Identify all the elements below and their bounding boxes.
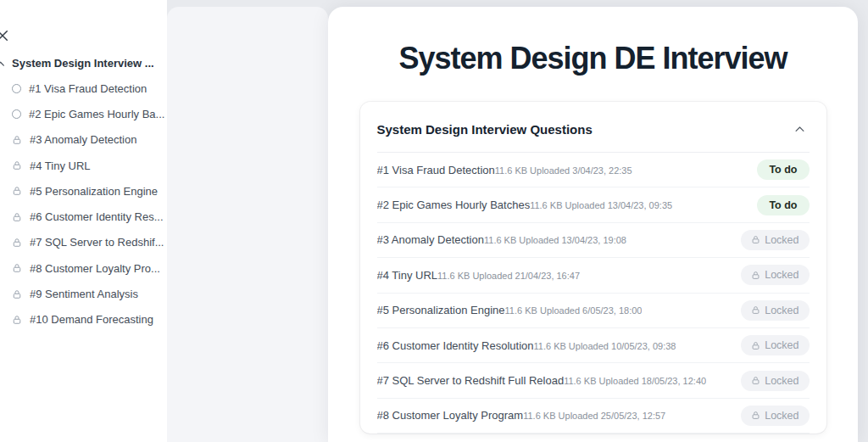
lock-icon [12,186,22,196]
question-meta: 11.6 KB Uploaded 21/04/23, 16:47 [437,271,580,281]
lock-icon [751,271,760,280]
sidebar-lesson-item[interactable]: #7 SQL Server to Redshif... [0,230,167,255]
question-list: #1 Visa Fraud Detection11.6 KB Uploaded … [377,153,810,434]
status-badge-label: Locked [765,269,798,281]
questions-card: System Design Interview Questions #1 Vis… [360,102,826,434]
question-title: #4 Tiny URL [377,269,438,282]
status-badge-label: Locked [765,339,798,351]
question-meta: 11.6 KB Uploaded 13/04/23, 09:35 [530,200,672,210]
card-title: System Design Interview Questions [377,122,593,137]
question-row[interactable]: #7 SQL Server to Redshift Full Reload11.… [377,363,810,398]
lock-icon [751,235,760,244]
sidebar-item-label: #6 Customer Identity Res... [30,210,164,223]
lock-icon [751,341,760,350]
sidebar-lesson-item[interactable]: #2 Epic Games Hourly Ba... [0,101,167,126]
question-title: #8 Customer Loyalty Program [377,409,524,422]
status-badge-locked: Locked [741,300,809,321]
sidebar-item-label: #2 Epic Games Hourly Ba... [29,108,164,120]
question-title: #5 Personalization Engine [377,304,505,316]
question-meta: 11.6 KB Uploaded 25/05/23, 12:57 [523,411,665,421]
sidebar-section-label: System Design Interview ... [12,57,154,70]
sidebar-lesson-item[interactable]: #4 Tiny URL [0,153,167,178]
status-badge-locked: Locked [741,371,809,391]
status-badge-label: Locked [765,410,798,422]
lock-icon [12,160,22,171]
status-badge-locked: Locked [741,265,809,285]
question-title: #2 Epic Games Hourly Batches [377,199,531,211]
main-content-panel: System Design DE Interview System Design… [328,7,858,442]
status-badge-locked: Locked [741,335,809,355]
question-row[interactable]: #2 Epic Games Hourly Batches11.6 KB Uplo… [377,187,810,222]
lock-icon [12,135,22,145]
chevron-up-icon [0,58,6,69]
sidebar-lesson-item[interactable]: #1 Visa Fraud Detection [0,76,167,101]
question-row[interactable]: #8 Customer Loyalty Program11.6 KB Uploa… [377,399,810,434]
sidebar-lesson-item[interactable]: #9 Sentiment Analysis [0,281,167,306]
status-badge-locked: Locked [741,230,809,250]
todo-circle-icon [12,84,21,93]
status-badge-label: Locked [765,234,798,246]
question-meta: 11.6 KB Uploaded 13/04/23, 19:08 [484,235,626,245]
sidebar-item-label: #8 Customer Loyalty Pro... [30,262,160,275]
status-badge-todo: To do [757,159,809,180]
lock-icon [12,263,22,273]
question-meta: 11.6 KB Uploaded 3/04/23, 22:35 [495,165,632,176]
question-meta: 11.6 KB Uploaded 18/05/23, 12:40 [564,376,706,386]
sidebar-item-label: #9 Sentiment Analysis [30,288,138,300]
sidebar-section-header[interactable]: System Design Interview ... [0,55,167,70]
lock-icon [12,212,22,222]
status-badge-locked: Locked [741,406,809,426]
question-meta: 11.6 KB Uploaded 6/05/23, 18:00 [505,305,643,316]
question-title: #3 Anomaly Detection [377,233,484,246]
question-title: #7 SQL Server to Redshift Full Reload [377,374,565,387]
sidebar-item-label: #3 Anomaly Detection [30,133,136,146]
sidebar-item-label: #5 Personalization Engine [30,185,158,198]
question-row[interactable]: #1 Visa Fraud Detection11.6 KB Uploaded … [377,153,810,187]
question-row[interactable]: #4 Tiny URL11.6 KB Uploaded 21/04/23, 16… [377,258,810,293]
sidebar-item-label: #4 Tiny URL [30,159,91,172]
lock-icon [12,289,22,299]
question-row[interactable]: #6 Customer Identity Resolution11.6 KB U… [377,328,810,363]
content-gutter-panel [167,7,328,442]
status-badge-label: Locked [765,375,798,387]
todo-circle-icon [12,109,21,119]
lock-icon [751,305,760,315]
question-title: #6 Customer Identity Resolution [377,339,534,352]
sidebar-item-label: #10 Demand Forecasting [30,313,153,326]
sidebar-lesson-item[interactable]: #8 Customer Loyalty Pro... [0,255,167,281]
sidebar-item-label: #7 SQL Server to Redshif... [30,236,164,249]
collapse-chevron-up-icon[interactable] [791,120,810,138]
sidebar-lesson-item[interactable]: #6 Customer Identity Res... [0,204,167,229]
page-title: System Design DE Interview [328,7,858,76]
lock-icon [751,411,760,420]
sidebar-lesson-item[interactable]: #5 Personalization Engine [0,178,167,204]
course-sidebar: System Design Interview ... #1 Visa Frau… [0,0,167,442]
lock-icon [12,315,22,325]
sidebar-lesson-item[interactable]: #10 Demand Forecasting [0,307,167,333]
status-badge-todo: To do [757,195,809,215]
close-icon[interactable] [0,28,10,43]
status-badge-label: Locked [765,305,798,316]
question-row[interactable]: #5 Personalization Engine11.6 KB Uploade… [377,294,810,328]
sidebar-lesson-list: #1 Visa Fraud Detection #2 Epic Games Ho… [0,76,167,333]
lock-icon [751,376,760,385]
question-meta: 11.6 KB Uploaded 10/05/23, 09:38 [533,341,676,351]
question-title: #1 Visa Fraud Detection [377,164,495,176]
card-header: System Design Interview Questions [377,102,810,153]
sidebar-item-label: #1 Visa Fraud Detection [29,82,147,95]
question-row[interactable]: #3 Anomaly Detection11.6 KB Uploaded 13/… [377,223,810,258]
sidebar-lesson-item[interactable]: #3 Anomaly Detection [0,127,167,153]
lock-icon [12,238,22,248]
